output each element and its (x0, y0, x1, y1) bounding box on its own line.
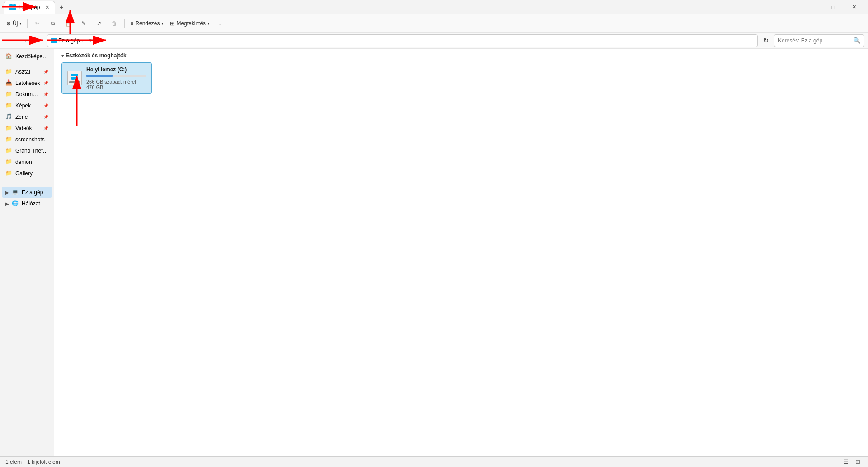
path-item-ez-a-gep[interactable]: Ez a gép (58, 37, 80, 44)
drive-info-c: Helyi lemez (C:) 266 GB szabad, méret: 4… (86, 66, 146, 90)
sidebar-item-screenshots[interactable]: 📁 screenshots (2, 134, 52, 145)
pin-icon-dokumentumok: 📌 (43, 92, 48, 97)
folder-icon-letöltések: 📥 (5, 79, 13, 87)
cut-button[interactable]: ✂ (30, 16, 45, 31)
drive-size-c: 266 GB szabad, méret: 476 GB (86, 79, 146, 90)
tab-close-icon[interactable]: ✕ (45, 5, 49, 10)
tab-label: Ez a gép (19, 4, 40, 10)
sidebar-label-kezdoképernyő: Kezdőképernyő (15, 53, 48, 60)
maximize-button[interactable]: □ (823, 0, 844, 14)
view-toggle-group: ☰ ⊞ (841, 457, 863, 467)
tab-ez-a-gep[interactable]: Ez a gép ✕ (4, 1, 55, 14)
rename-button[interactable]: ✎ (76, 16, 91, 31)
more-button[interactable]: ... (213, 16, 228, 31)
folder-icon-zene: 🎵 (5, 113, 13, 121)
back-button[interactable]: ← (4, 34, 16, 47)
folder-icon-videók: 📁 (5, 125, 13, 132)
view-button[interactable]: ⊞ Megtekintés ▾ (167, 16, 212, 31)
computer-icon-ez-a-gep: 💻 (12, 189, 19, 196)
sidebar-item-videók[interactable]: 📁 Videók 📌 (2, 123, 52, 134)
drive-progress-bar-c (86, 75, 146, 77)
sidebar-item-hálózat[interactable]: ▶ 🌐 Hálózat (2, 198, 52, 209)
drive-grid: Helyi lemez (C:) 266 GB szabad, méret: 4… (61, 62, 861, 94)
home-icon: 🏠 (5, 53, 13, 60)
toolbar: ⊕ Új ▾ ✂ ⧉ 📋 ✎ ↗ 🗑 ≡ Rendezés ▾ ⊞ (0, 14, 868, 33)
section-header-devices: ▾ Eszközök és meghajtók (61, 52, 861, 59)
content-area: ▾ Eszközök és meghajtók (54, 49, 868, 456)
copy-icon: ⧉ (51, 20, 55, 27)
sidebar-item-ez-a-gep[interactable]: ▶ 💻 Ez a gép (2, 187, 52, 198)
sort-button[interactable]: ≡ Rendezés ▾ (127, 16, 166, 31)
share-icon: ↗ (97, 20, 101, 27)
forward-button[interactable]: → (18, 34, 31, 47)
refresh-button[interactable]: ↻ (760, 34, 772, 47)
network-icon-hálózat: 🌐 (12, 200, 19, 207)
new-icon: ⊕ (6, 20, 11, 27)
title-bar: Ez a gép ✕ + — □ ✕ (0, 0, 868, 14)
drive-progress-fill-c (86, 75, 113, 77)
list-view-button[interactable]: ☰ (841, 457, 851, 467)
tab-windows-icon (9, 4, 16, 10)
path-chevron-icon: › (81, 38, 83, 43)
pin-icon-letöltések: 📌 (43, 81, 48, 85)
sidebar-item-dokumentumok[interactable]: 📁 Dokumentumok 📌 (2, 89, 52, 100)
pin-icon-videók: 📌 (43, 126, 48, 131)
sidebar-item-letöltések[interactable]: 📥 Letöltések 📌 (2, 78, 52, 89)
address-dropdown-button[interactable]: ▾ (85, 34, 96, 47)
minimize-button[interactable]: — (802, 0, 823, 14)
sidebar-spacer-1 (0, 62, 54, 66)
sidebar-item-kezdoképernyő[interactable]: 🏠 Kezdőképernyő (2, 51, 52, 62)
view-icon: ⊞ (170, 20, 175, 27)
sidebar-label-ez-a-gep: Ez a gép (22, 189, 43, 196)
sidebar-item-képek[interactable]: 📁 Képek 📌 (2, 100, 52, 111)
up-button[interactable]: ↑ (33, 34, 45, 47)
sidebar-divider-1 (4, 185, 50, 185)
folder-icon-asztal: 📁 (5, 68, 13, 75)
main-layout: 🏠 Kezdőképernyő 📁 Asztal 📌 📥 Letöltések … (0, 49, 868, 456)
expand-chevron-ez-a-gep: ▶ (5, 190, 9, 195)
drive-name-c: Helyi lemez (C:) (86, 66, 146, 73)
paste-icon: 📋 (65, 20, 72, 27)
sidebar-item-asztal[interactable]: 📁 Asztal 📌 (2, 66, 52, 77)
new-tab-button[interactable]: + (55, 1, 68, 14)
section-chevron-devices[interactable]: ▾ (61, 53, 64, 58)
folder-icon-screenshots: 📁 (5, 136, 13, 143)
share-button[interactable]: ↗ (92, 16, 106, 31)
new-button[interactable]: ⊕ Új ▾ (4, 16, 24, 31)
sidebar-item-zene[interactable]: 🎵 Zene 📌 (2, 112, 52, 122)
search-box[interactable]: 🔍 (774, 34, 864, 47)
address-path[interactable]: Ez a gép › ▾ (47, 34, 758, 47)
sidebar-label-screenshots: screenshots (15, 136, 45, 143)
sidebar-item-demon[interactable]: 📁 demon (2, 157, 52, 168)
toolbar-sep-2 (124, 19, 125, 28)
sidebar-label-zene: Zene (15, 114, 28, 120)
sidebar-item-gallery[interactable]: 📁 Gallery (2, 168, 52, 179)
new-chevron-icon: ▾ (19, 21, 22, 26)
close-button[interactable]: ✕ (844, 0, 864, 14)
sidebar: 🏠 Kezdőképernyő 📁 Asztal 📌 📥 Letöltések … (0, 49, 54, 456)
pin-icon-asztal: 📌 (43, 70, 48, 74)
sidebar-label-videók: Videók (15, 125, 32, 131)
expand-chevron-hálózat: ▶ (5, 201, 9, 206)
search-input[interactable] (778, 37, 851, 44)
rename-icon: ✎ (81, 20, 86, 27)
item-count: 1 elem (5, 459, 22, 465)
drive-item-c[interactable]: Helyi lemez (C:) 266 GB szabad, méret: 4… (61, 62, 152, 94)
delete-button[interactable]: 🗑 (107, 16, 122, 31)
sidebar-label-letöltések: Letöltések (15, 80, 40, 86)
toolbar-sep-1 (27, 19, 28, 28)
drive-icon-c (67, 71, 82, 85)
sort-chevron-icon: ▾ (161, 21, 164, 26)
sidebar-item-gta[interactable]: 📁 Grand Theft Auto 5 (2, 145, 52, 156)
path-computer-icon (51, 38, 57, 43)
sort-icon: ≡ (130, 20, 133, 27)
paste-button[interactable]: 📋 (61, 16, 75, 31)
search-icon: 🔍 (853, 37, 860, 44)
sidebar-label-képek: Képek (15, 103, 31, 109)
status-bar: 1 elem 1 kijelölt elem ☰ ⊞ (0, 456, 868, 467)
grid-view-button[interactable]: ⊞ (853, 457, 863, 467)
pin-icon-képek: 📌 (43, 103, 48, 108)
sidebar-label-gallery: Gallery (15, 170, 33, 177)
copy-button[interactable]: ⧉ (46, 16, 60, 31)
folder-icon-gta: 📁 (5, 147, 13, 154)
